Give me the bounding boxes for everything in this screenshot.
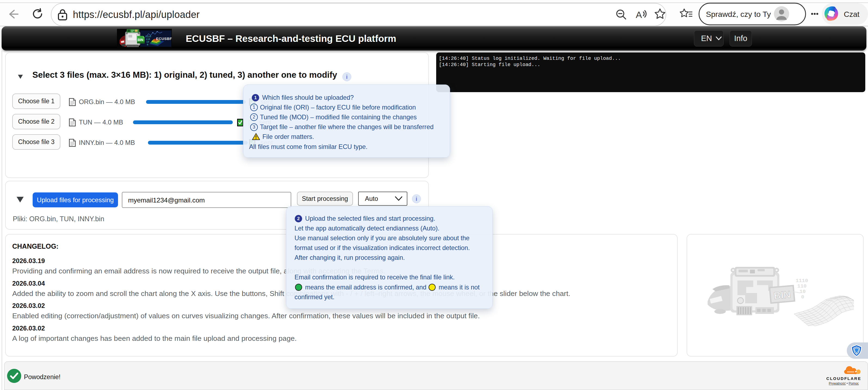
svg-text:110: 110 <box>797 283 807 289</box>
svg-text:110: 110 <box>146 38 150 41</box>
svg-text:0: 0 <box>147 43 148 46</box>
svg-text:BIN: BIN <box>773 289 791 301</box>
svg-text:1110: 1110 <box>796 278 808 284</box>
svg-text:ECUSBF: ECUSBF <box>156 37 172 41</box>
svg-text:10: 10 <box>800 289 806 295</box>
svg-text:0: 0 <box>801 294 804 300</box>
svg-text:1110: 1110 <box>145 35 151 38</box>
svg-text:10: 10 <box>146 41 149 43</box>
svg-text:BIN: BIN <box>137 38 143 42</box>
svg-text:A: A <box>636 9 642 20</box>
